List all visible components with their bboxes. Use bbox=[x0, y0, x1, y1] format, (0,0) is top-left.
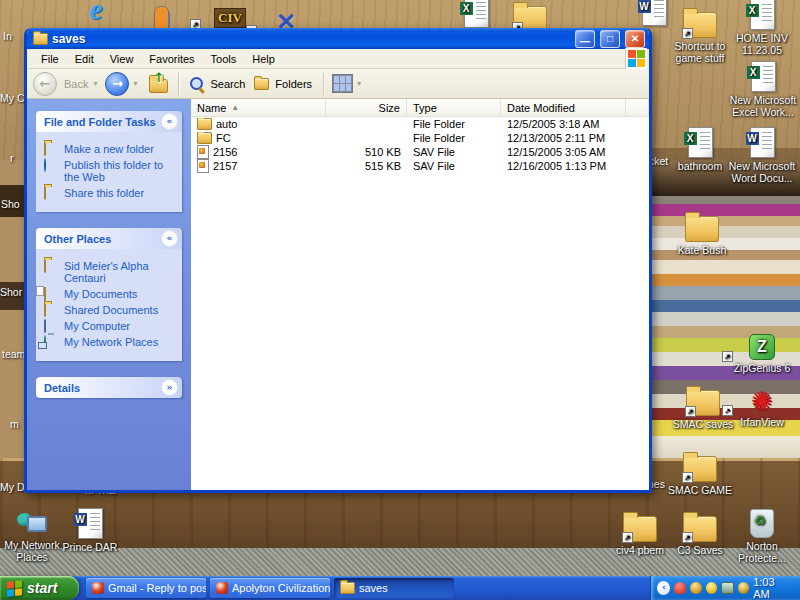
start-button[interactable]: start bbox=[0, 576, 79, 600]
folders-button[interactable]: Folders bbox=[275, 78, 312, 90]
other-places-header[interactable]: Other Places « bbox=[36, 228, 182, 249]
place-shared-documents[interactable]: Shared Documents bbox=[44, 304, 178, 316]
place-my-documents[interactable]: My Documents bbox=[44, 288, 178, 300]
collapse-chevron-icon[interactable]: « bbox=[161, 113, 178, 130]
file-row[interactable]: 2156 510 KB SAV File 12/15/2005 3:05 AM bbox=[191, 145, 649, 159]
minimize-button[interactable]: — bbox=[575, 30, 595, 48]
column-header-blank bbox=[626, 99, 649, 116]
folder-icon bbox=[197, 118, 212, 130]
task-label: Share this folder bbox=[64, 187, 144, 199]
forward-button[interactable]: → bbox=[105, 72, 129, 96]
expand-chevron-icon[interactable]: « bbox=[161, 379, 178, 396]
window-titlebar[interactable]: saves — □ ✕ bbox=[27, 28, 649, 49]
menu-view[interactable]: View bbox=[102, 51, 142, 67]
task-make-new-folder[interactable]: Make a new folder bbox=[44, 143, 178, 155]
up-folder-icon bbox=[149, 79, 168, 93]
icon-label-fragment[interactable]: In bbox=[3, 30, 12, 42]
tray-update-icon[interactable] bbox=[706, 582, 718, 594]
tray-globe-icon[interactable] bbox=[690, 582, 702, 594]
taskbar-button-saves[interactable]: saves bbox=[334, 578, 454, 598]
file-row[interactable]: FC File Folder 12/13/2005 2:11 PM bbox=[191, 131, 649, 145]
recycle-bin-icon bbox=[750, 509, 774, 538]
place-my-network-places[interactable]: My Network Places bbox=[44, 336, 178, 348]
column-header-name[interactable]: Name▲ bbox=[191, 99, 326, 116]
file-name: FC bbox=[216, 132, 231, 144]
sav-file-icon bbox=[197, 159, 209, 173]
file-modified: 12/13/2005 2:11 PM bbox=[501, 132, 626, 144]
browser-icon bbox=[92, 582, 104, 594]
tray-display-icon[interactable] bbox=[721, 582, 734, 594]
column-header-size[interactable]: Size bbox=[326, 99, 407, 116]
back-button[interactable]: ← bbox=[33, 72, 57, 96]
icon-label: New Microsoft Excel Work... bbox=[725, 94, 800, 118]
column-header-modified[interactable]: Date Modified bbox=[501, 99, 626, 116]
icon-label: HOME INV 11.23.05 bbox=[724, 32, 800, 56]
icon-label-fragment[interactable]: My C bbox=[0, 92, 25, 104]
back-dropdown-icon[interactable]: ▾ bbox=[93, 79, 97, 88]
views-dropdown-icon[interactable]: ▾ bbox=[357, 79, 361, 88]
menu-tools[interactable]: Tools bbox=[203, 51, 245, 67]
icon-label-fragment[interactable]: r bbox=[10, 152, 14, 164]
icon-label-fragment[interactable]: My D bbox=[0, 481, 25, 493]
my-documents-icon bbox=[44, 287, 46, 301]
desktop-icon-prince-dar[interactable]: W Prince DAR bbox=[52, 505, 128, 553]
windows-logo-icon bbox=[625, 48, 647, 69]
folder-icon bbox=[623, 516, 657, 542]
word-icon: W bbox=[78, 508, 103, 539]
forward-dropdown-icon[interactable]: ▾ bbox=[133, 79, 137, 88]
collapse-chevron-icon[interactable]: « bbox=[161, 230, 178, 247]
details-header[interactable]: Details « bbox=[36, 377, 182, 398]
tray-compass-icon[interactable] bbox=[738, 582, 750, 594]
icon-label-fragment[interactable]: Shor bbox=[0, 286, 22, 298]
desktop-icon-new-word[interactable]: W New Microsoft Word Docu... bbox=[724, 124, 800, 184]
menu-help[interactable]: Help bbox=[244, 51, 283, 67]
desktop-icon-internet-explorer[interactable]: e bbox=[58, 0, 134, 28]
file-row[interactable]: 2157 515 KB SAV File 12/16/2005 1:13 PM bbox=[191, 159, 649, 173]
icon-label-fragment[interactable]: Sho bbox=[1, 198, 20, 210]
close-button[interactable]: ✕ bbox=[625, 30, 645, 48]
desktop-icon-smac-game[interactable]: SMAC GAME bbox=[662, 448, 738, 496]
tray-collapse-icon[interactable]: ‹ bbox=[657, 581, 670, 595]
place-my-computer[interactable]: My Computer bbox=[44, 320, 178, 332]
menu-bar: File Edit View Favorites Tools Help bbox=[27, 49, 649, 69]
taskbar-button-gmail[interactable]: Gmail - Reply to post '... bbox=[86, 578, 206, 598]
place-label: My Documents bbox=[64, 288, 137, 300]
up-button[interactable] bbox=[146, 73, 170, 95]
desktop: e CIV ✕ X W Shortcut to game stuff X HOM… bbox=[0, 0, 800, 600]
folders-icon[interactable] bbox=[254, 78, 269, 90]
folder-icon bbox=[685, 216, 719, 242]
desktop-icon-irfanview[interactable]: ✺ IrfanView bbox=[724, 380, 800, 428]
desktop-icon-kate-bush[interactable]: Kate Bush bbox=[664, 208, 740, 256]
task-publish-folder[interactable]: Publish this folder to the Web bbox=[44, 159, 178, 183]
desktop-icon-new-excel[interactable]: X New Microsoft Excel Work... bbox=[725, 58, 800, 118]
icon-label: IrfanView bbox=[724, 416, 800, 428]
word-icon: W bbox=[750, 127, 775, 158]
desktop-icon-home-inv[interactable]: X HOME INV 11.23.05 bbox=[724, 0, 800, 56]
search-icon[interactable] bbox=[189, 76, 205, 92]
icon-label: ZipGenius 6 bbox=[724, 362, 800, 374]
menu-favorites[interactable]: Favorites bbox=[141, 51, 202, 67]
folder-icon bbox=[686, 390, 720, 416]
folder-icon bbox=[44, 303, 46, 317]
search-button[interactable]: Search bbox=[211, 78, 246, 90]
views-button[interactable] bbox=[332, 74, 353, 93]
icon-label-fragment[interactable]: m bbox=[10, 418, 19, 430]
task-share-folder[interactable]: Share this folder bbox=[44, 187, 178, 199]
icon-label: New Microsoft Word Docu... bbox=[724, 160, 800, 184]
column-headers: Name▲ Size Type Date Modified bbox=[191, 99, 649, 117]
file-row[interactable]: auto File Folder 12/5/2005 3:18 AM bbox=[191, 117, 649, 131]
desktop-icon-norton-recycle-bin[interactable]: Norton Protecte... bbox=[724, 504, 800, 564]
menu-file[interactable]: File bbox=[33, 51, 67, 67]
menu-edit[interactable]: Edit bbox=[67, 51, 102, 67]
maximize-button[interactable]: □ bbox=[600, 30, 620, 48]
file-and-folder-tasks-header[interactable]: File and Folder Tasks « bbox=[36, 111, 182, 132]
section-title: File and Folder Tasks bbox=[44, 116, 156, 128]
file-type: File Folder bbox=[407, 132, 501, 144]
messenger-icon bbox=[156, 6, 184, 30]
icon-label-fragment[interactable]: team bbox=[2, 348, 25, 360]
place-alpha-centauri[interactable]: Sid Meier's Alpha Centauri bbox=[44, 260, 178, 284]
taskbar-button-apolyton[interactable]: Apolyton Civilization ... bbox=[210, 578, 330, 598]
column-header-type[interactable]: Type bbox=[407, 99, 501, 116]
tray-person-icon[interactable] bbox=[674, 582, 686, 594]
desktop-icon-zipgenius[interactable]: Z ZipGenius 6 bbox=[724, 326, 800, 374]
